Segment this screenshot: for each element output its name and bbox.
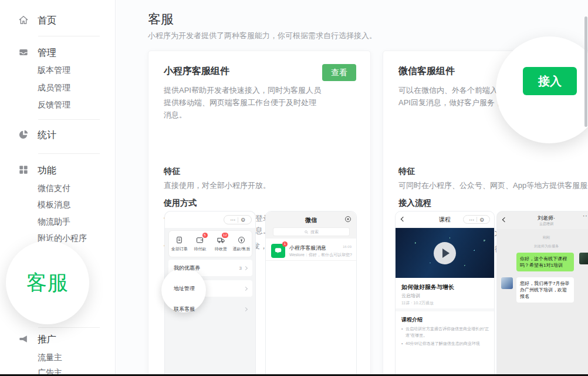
screenshot-service-chat: 刘老师· 云启培训 ··· 刚刚 刘老师为你服务 你好，这个有线下课程吗？希望有…: [496, 211, 588, 376]
sidebar-item-customer-service[interactable]: 客服: [26, 269, 69, 297]
feature-heading: 特征: [164, 166, 180, 177]
grid-icon: [18, 164, 29, 176]
home-icon: [18, 14, 29, 26]
sidebar-divider: [38, 119, 100, 120]
exit-icon: ⊙: [241, 217, 245, 223]
page-title: 客服: [148, 11, 174, 28]
screenshot-wechat-home: 微信 搜索 1 小程序客服消息 Westore：你好，有什么可以帮您? 16:0…: [265, 211, 357, 376]
search-icon: [304, 230, 309, 234]
badge: 5: [202, 233, 208, 238]
sidebar-item-label: 推广: [38, 334, 56, 346]
sidebar-subitem-logistics[interactable]: 物流助手: [38, 217, 108, 227]
course-intro-heading: 课程介绍: [401, 316, 423, 324]
sidebar-item-home[interactable]: 首页: [0, 14, 116, 28]
order-shortcuts: 全部订单 5 待付款 12 待收货 退款/售后: [168, 230, 252, 257]
sidebar-subitem-traffic[interactable]: 流量主: [38, 352, 108, 363]
sidebar-divider: [38, 153, 100, 154]
scrollbar-thumb[interactable]: [584, 16, 587, 127]
card-title: 小程序客服组件: [164, 65, 229, 78]
sidebar-item-promotion[interactable]: 推广: [0, 333, 116, 347]
feature-heading: 特征: [398, 166, 415, 177]
more-icon: ···: [230, 217, 235, 223]
card-miniprogram-service: 小程序客服组件 查看 提供API帮助开发者快速接入，同时为客服人员提供移动端、网…: [148, 51, 371, 376]
shortcut-refund: 退款/售后: [231, 231, 252, 257]
sidebar-item-label: 首页: [38, 15, 56, 27]
chat-title: 小程序客服消息: [289, 244, 326, 252]
course-intro-item: 云启培训官方直播告诉你微信里商业增长的“正道”在哪里。: [401, 325, 489, 338]
order-list-icon: [175, 236, 184, 244]
miniprogram-capsule: ··· ⊙: [463, 215, 490, 224]
chat-bubble-icon: [274, 247, 282, 255]
sidebar-item-manage[interactable]: 管理: [0, 46, 116, 60]
shortcut-all-orders: 全部订单: [169, 231, 190, 257]
page-subtitle: 小程序为开发者提供了两种客服能力，你可根据需求自行选择接入。: [148, 31, 377, 41]
course-intro-list: 云启培训官方直播告诉你微信里商业增长的“正道”在哪里。 40分钟让你迅速了解微信…: [401, 325, 489, 348]
screenshot-miniprogram-orders: ··· ⊙ 全部订单 5 待付款 12 待收货: [164, 211, 256, 376]
video-meta: 11讲 · 10.2万播放: [401, 300, 434, 306]
video-provider: 云启培训: [401, 293, 420, 299]
miniprogram-capsule: ··· ⊙: [224, 215, 252, 224]
sidebar-subitem-version[interactable]: 版本管理: [38, 65, 108, 76]
sidebar-subitem-template-message[interactable]: 模板消息: [38, 200, 108, 210]
section-divider: [396, 308, 494, 311]
plus-circle-icon: [344, 216, 352, 223]
shortcut-pending-payment: 5 待付款: [190, 231, 210, 257]
search-bar: 搜索: [273, 227, 350, 236]
sidebar-divider: [38, 327, 100, 328]
video-thumbnail: [396, 228, 494, 278]
chat-notice: 刘老师为你服务: [497, 244, 588, 249]
sidebar-item-label: 管理: [38, 47, 56, 59]
view-button[interactable]: 查看: [322, 64, 356, 81]
sidebar-divider: [38, 36, 100, 36]
refund-icon: [237, 236, 246, 244]
play-button-icon: [434, 242, 456, 264]
chevron-right-icon: [244, 266, 248, 270]
badge: 12: [222, 233, 228, 238]
join-button[interactable]: 接入: [523, 67, 577, 95]
chevron-right-icon: [244, 307, 248, 311]
chat-preview: Westore：你好，有什么可以帮您?: [289, 252, 352, 258]
sidebar-item-statistics[interactable]: 统计: [0, 128, 116, 142]
chat-timestamp: 刚刚: [497, 235, 588, 240]
sidebar-item-label: 功能: [38, 164, 56, 177]
inbox-icon: [18, 46, 29, 58]
sidebar-subitem-members[interactable]: 成员管理: [38, 83, 108, 93]
flow-heading: 接入流程: [398, 198, 431, 209]
spotlight-circle-sidebar: 客服: [6, 241, 89, 324]
chevron-right-icon: [244, 286, 248, 290]
more-icon: ···: [469, 217, 474, 223]
sidebar-item-label: 统计: [38, 129, 56, 142]
video-title: 如何做好服务与增长: [401, 283, 454, 291]
user-avatar: [579, 253, 588, 264]
feature-text: 可同时在小程序、公众号、网页、App等地方提供客服服务。: [398, 180, 588, 191]
wechat-miniprogram-console: 首页 管理 版本管理 成员管理 反馈管理 统计 功能 微信支付 模板消息: [0, 0, 588, 376]
feature-text: 直接使用，对全部小程序开放。: [164, 180, 363, 191]
exit-icon: ⊙: [479, 217, 484, 223]
card-description: 提供API帮助开发者快速接入，同时为客服人员提供移动端、网页端客服工作台便于及时…: [164, 84, 323, 121]
unread-badge: 1: [282, 241, 288, 247]
coupon-count: 3: [239, 266, 242, 271]
megaphone-icon: [18, 333, 29, 345]
outgoing-message: 你好，这个有线下课程吗？希望有1对1培训: [516, 253, 574, 271]
sidebar-subitem-wechat-pay[interactable]: 微信支付: [38, 183, 108, 194]
chat-list-item: 1 小程序客服消息 Westore：你好，有什么可以帮您? 16:09: [266, 241, 356, 261]
chat-contact-org: 云启培训: [497, 221, 588, 227]
shortcut-pending-delivery: 12 待收货: [211, 231, 231, 257]
sidebar-item-features[interactable]: 功能: [0, 163, 116, 177]
card-title: 微信客服组件: [398, 65, 455, 78]
sidebar-subitem-feedback[interactable]: 反馈管理: [38, 100, 108, 110]
course-intro-item: 40分钟让你迅速了解微信生态的商业环境: [401, 340, 489, 347]
usage-heading: 使用方式: [164, 198, 197, 209]
wechat-title: 微信: [266, 216, 356, 224]
more-icon: ···: [583, 213, 588, 219]
chat-time: 16:09: [343, 245, 352, 249]
pie-chart-icon: [18, 129, 29, 140]
incoming-message: 您好，我们将于7月份举办广州线下培训，欢迎报名: [516, 277, 574, 303]
agent-avatar: [501, 277, 513, 289]
screenshot-course-page: 课程 ··· ⊙ 如何做好服务与增长 云启培训 11讲 · 10.2万播放 课程…: [395, 211, 495, 376]
